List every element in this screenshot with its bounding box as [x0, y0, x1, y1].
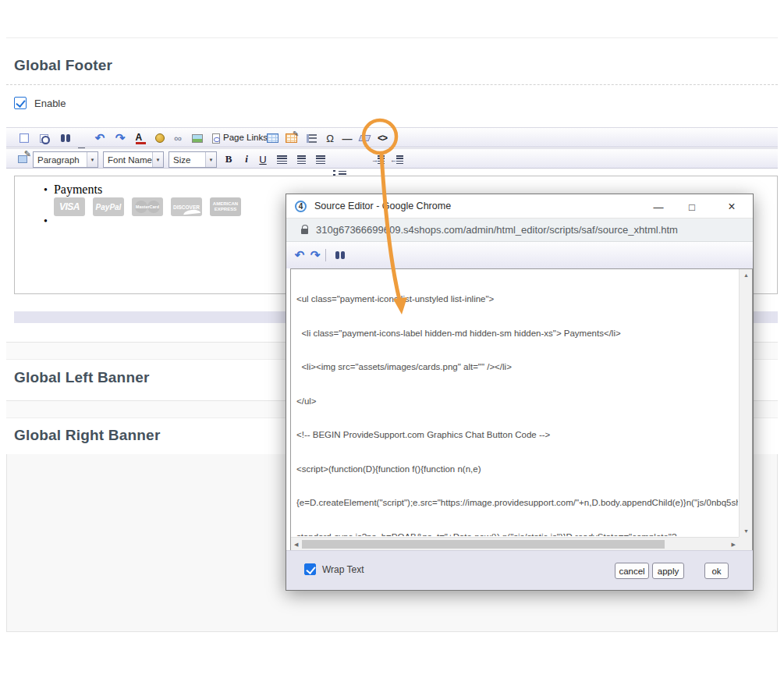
source-code-text[interactable]: <ul class="payment-icons list-unstyled l…	[296, 271, 738, 536]
source-editor-window: 4 Source Editor - Google Chrome — □ × 31…	[286, 194, 754, 591]
insert-link-icon[interactable]: ∞	[171, 130, 185, 146]
source-code-area[interactable]: <ul class="payment-icons list-unstyled l…	[290, 268, 753, 551]
paragraph-select[interactable]: Paragraph ▼	[33, 151, 98, 168]
code-line: </ul>	[296, 396, 738, 407]
wrap-text-checkbox[interactable]	[304, 563, 316, 575]
eraser-icon[interactable]	[357, 130, 371, 146]
screen: Global Footer Enable ↶ ↷ A ∞ Page Links …	[0, 0, 784, 675]
fullscreen-icon[interactable]	[17, 130, 31, 146]
section-title-right-banner: Global Right Banner	[14, 427, 160, 444]
ok-button[interactable]: ok	[704, 563, 729, 579]
special-character-icon[interactable]: Ω	[323, 130, 337, 146]
underline-icon[interactable]: U	[256, 151, 270, 167]
code-line: <script>(function(D){function f(){functi…	[296, 464, 738, 475]
scroll-left-icon[interactable]: ◀	[294, 542, 298, 548]
paypal-card-icon: PayPal	[93, 197, 124, 216]
code-line: <ul class="payment-icons list-unstyled l…	[296, 293, 738, 305]
code-line: <li><img src="assets/images/cards.png" a…	[296, 361, 738, 373]
window-titlebar[interactable]: 4 Source Editor - Google Chrome — □ ×	[286, 194, 753, 218]
enable-label: Enable	[34, 98, 66, 109]
paragraph-select-value: Paragraph	[37, 155, 80, 165]
font-name-select[interactable]: Font Name ▼	[103, 151, 164, 168]
outdent-icon[interactable]	[391, 151, 405, 167]
visa-card-icon: VISA	[54, 197, 85, 216]
window-title: Source Editor - Google Chrome	[314, 201, 451, 211]
list-item: • Payments	[44, 183, 102, 197]
table-properties-icon[interactable]	[304, 130, 318, 146]
redo-icon[interactable]: ↷	[308, 247, 322, 263]
chevron-down-icon[interactable]: ▼	[152, 152, 163, 167]
code-line: <!-- BEGIN ProvideSupport.com Graphics C…	[296, 429, 738, 441]
align-right-icon[interactable]	[314, 151, 328, 167]
bullet-glyph: •	[44, 215, 48, 227]
preview-icon[interactable]	[37, 130, 51, 146]
editor-toolbar-row1: ↶ ↷ A ∞ Page Links Ω — <>	[6, 127, 778, 147]
undo-icon[interactable]: ↶	[93, 130, 107, 146]
find-icon[interactable]	[55, 130, 69, 146]
divider	[6, 84, 778, 85]
divider	[325, 249, 326, 261]
highlight-color-icon[interactable]	[153, 130, 167, 146]
horizontal-scrollbar[interactable]: ◀ ▶	[291, 537, 739, 550]
favicon-icon: 4	[295, 201, 307, 212]
minimize-button[interactable]: —	[647, 197, 670, 216]
page-title: Global Footer	[14, 57, 112, 74]
address-bar: 310g67366699609.s4shops.com/admin/html_e…	[286, 218, 753, 242]
chevron-down-icon[interactable]: ▼	[205, 152, 216, 167]
font-name-select-value: Font Name	[108, 155, 152, 165]
insert-image-icon[interactable]	[190, 130, 204, 146]
scrollbar-thumb[interactable]	[302, 540, 665, 549]
chevron-down-icon[interactable]: ▼	[87, 152, 98, 167]
vertical-scrollbar[interactable]: ▲ ▼	[739, 269, 752, 537]
edit-style-icon[interactable]	[16, 151, 30, 167]
align-center-icon[interactable]	[294, 151, 308, 167]
find-icon[interactable]	[330, 247, 344, 263]
redo-icon[interactable]: ↷	[113, 130, 127, 146]
insert-table-icon[interactable]	[265, 130, 279, 146]
editor-toolbar-row2: Paragraph ▼ Font Name ▼ Size ▼ B i U	[6, 148, 778, 169]
dialog-footer: Wrap Text cancel apply ok	[286, 550, 753, 590]
lock-icon	[301, 229, 308, 234]
scroll-down-icon[interactable]: ▼	[743, 528, 749, 534]
payments-list-label: Payments	[54, 183, 102, 196]
code-line: standard-sync.js?ps_h=POAB&ps_t="+Date.n…	[296, 531, 738, 537]
page-links-label[interactable]: Page Links	[223, 133, 268, 142]
apply-button[interactable]: apply	[652, 563, 684, 579]
code-line: <li class="payment-icons-label hidden-md…	[296, 328, 738, 339]
source-code-icon[interactable]: <>	[375, 130, 389, 146]
italic-icon[interactable]: i	[239, 151, 254, 167]
horizontal-rule-icon[interactable]: —	[340, 130, 354, 146]
cancel-button[interactable]: cancel	[615, 563, 649, 579]
section-title-left-banner: Global Left Banner	[14, 369, 150, 386]
size-select[interactable]: Size ▼	[169, 151, 217, 168]
maximize-button[interactable]: □	[680, 197, 704, 216]
size-select-value: Size	[173, 155, 190, 165]
discover-card-icon: DISCOVER	[171, 197, 202, 216]
close-button[interactable]: ×	[720, 197, 743, 216]
undo-icon[interactable]: ↶	[293, 247, 307, 263]
scroll-right-icon[interactable]: ▶	[732, 542, 736, 548]
enable-checkbox[interactable]	[14, 97, 27, 109]
bullet-glyph: •	[44, 184, 48, 196]
mastercard-card-icon: MasterCard	[132, 197, 163, 216]
payment-cards-row: VISA PayPal MasterCard DISCOVER AMERICAN…	[54, 197, 241, 216]
page-link-icon[interactable]	[209, 130, 223, 146]
amex-card-icon: AMERICAN EXPRESS	[210, 197, 241, 216]
source-toolbar: ↶ ↷	[286, 242, 753, 268]
font-color-icon[interactable]: A	[133, 130, 147, 146]
indent-icon[interactable]	[372, 151, 386, 167]
wrap-text-label: Wrap Text	[322, 564, 364, 575]
scrollbar-corner	[739, 537, 752, 550]
scroll-up-icon[interactable]: ▲	[743, 272, 749, 278]
list-item: •	[44, 214, 48, 228]
address-url: 310g67366699609.s4shops.com/admin/html_e…	[316, 224, 678, 236]
edit-table-icon[interactable]	[284, 130, 298, 146]
code-line: {e=D.createElement("script");e.src="http…	[296, 497, 738, 509]
bold-icon[interactable]: B	[222, 151, 236, 167]
align-left-icon[interactable]	[275, 151, 289, 167]
